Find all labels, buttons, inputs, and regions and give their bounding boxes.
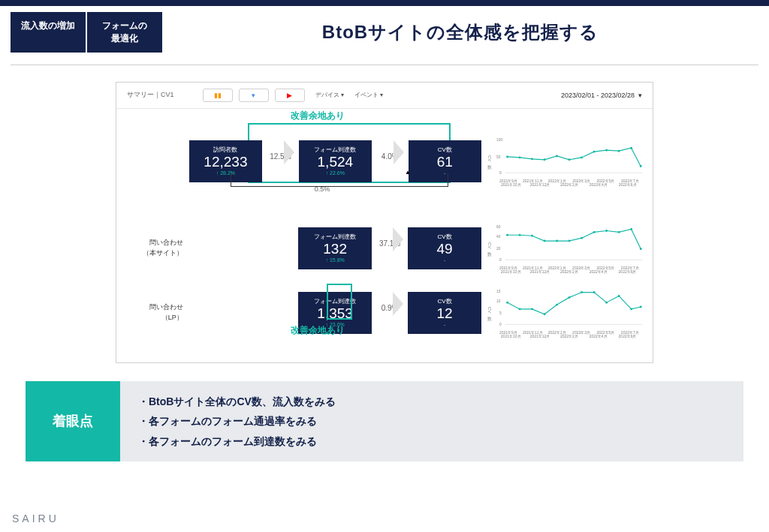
- rate-visitor-form: 12.5%: [270, 152, 291, 161]
- device-filter[interactable]: デバイス ▾: [315, 91, 344, 99]
- annotation-improvement-bottom: 改善余地あり: [291, 324, 345, 337]
- svg-point-8: [543, 158, 545, 161]
- svg-point-23: [518, 233, 520, 236]
- svg-text:0: 0: [499, 323, 502, 326]
- svg-point-47: [605, 301, 608, 303]
- brand-logo: SAIRU: [12, 512, 59, 524]
- svg-point-24: [531, 234, 533, 236]
- rate-form-cv-1: 4.0%: [381, 152, 399, 161]
- svg-point-44: [568, 296, 570, 299]
- funnel-row-site: 問い合わせ （本サイト） フォーム到達数 132 15.8% 37.1% CV数…: [127, 221, 642, 275]
- tag-icon[interactable]: ▾: [239, 89, 269, 102]
- event-filter[interactable]: イベント ▾: [354, 91, 383, 99]
- svg-point-48: [617, 295, 620, 297]
- svg-point-9: [556, 155, 558, 157]
- svg-text:0: 0: [499, 258, 502, 262]
- svg-point-12: [593, 150, 595, 152]
- slide-header: 流入数の増加 フォームの 最適化 BtoBサイトの全体感を把握する: [0, 6, 769, 65]
- rate-form-cv-2: 37.1%: [379, 239, 400, 248]
- svg-point-32: [630, 228, 632, 230]
- svg-point-13: [605, 149, 608, 151]
- svg-text:15: 15: [496, 289, 501, 293]
- svg-point-14: [617, 149, 620, 152]
- svg-point-25: [543, 239, 545, 242]
- svg-point-49: [630, 308, 632, 310]
- rate-form-cv-3: 0.9%: [381, 304, 399, 312]
- svg-point-27: [568, 239, 570, 242]
- youtube-icon[interactable]: ▶: [275, 89, 305, 102]
- svg-point-29: [593, 231, 595, 233]
- svg-text:40: 40: [496, 235, 501, 239]
- svg-point-46: [593, 291, 595, 293]
- svg-point-43: [556, 303, 558, 305]
- svg-point-26: [556, 239, 558, 242]
- svg-point-16: [640, 165, 642, 167]
- page-title: BtoBサイトの全体感を把握する: [162, 20, 758, 44]
- svg-text:5: 5: [499, 311, 502, 314]
- highlight-box-bottom: [327, 284, 352, 320]
- svg-point-7: [531, 158, 533, 160]
- svg-point-42: [543, 313, 545, 315]
- summary-label: サマリー｜CV1: [127, 90, 174, 100]
- svg-point-39: [506, 301, 508, 303]
- row-label-site: 問い合わせ （本サイト）: [127, 238, 189, 258]
- svg-point-30: [605, 230, 608, 232]
- svg-point-33: [640, 248, 642, 250]
- svg-point-31: [617, 231, 620, 233]
- list-item: BtoBサイト全体のCV数、流入数をみる: [138, 392, 725, 412]
- date-range[interactable]: 2023/02/01 - 2023/02/28 ▾: [561, 92, 642, 99]
- svg-point-10: [568, 158, 570, 161]
- metric-cv-2: CV数 49 -: [408, 227, 481, 269]
- svg-text:10: 10: [496, 299, 501, 303]
- svg-point-40: [518, 308, 520, 310]
- svg-text:0: 0: [499, 171, 502, 175]
- direct-cvr-arrow: 0.5%: [195, 173, 450, 193]
- svg-text:20: 20: [496, 246, 501, 250]
- svg-text:100: 100: [496, 137, 502, 141]
- row-label-lp: 問い合わせ （LP）: [127, 302, 189, 323]
- svg-point-11: [581, 156, 583, 158]
- tab-form-opt: フォームの 最適化: [87, 12, 162, 53]
- svg-text:60: 60: [496, 224, 501, 228]
- svg-point-28: [581, 236, 583, 239]
- key-points-label: 着眼点: [26, 381, 120, 462]
- list-item: 各フォームのフォーム到達数をみる: [138, 431, 725, 452]
- svg-point-22: [506, 233, 508, 236]
- mini-chart-3: CV数 151050 2021年9月2021年11月2022年1月2022年3月…: [496, 286, 642, 340]
- key-points-panel: 着眼点 BtoBサイト全体のCV数、流入数をみる 各フォームのフォーム通過率をみ…: [26, 381, 743, 462]
- list-item: 各フォームのフォーム通過率をみる: [138, 411, 725, 431]
- svg-point-6: [518, 156, 520, 158]
- metric-form-reach-2: フォーム到達数 132 15.8%: [298, 227, 371, 269]
- metric-cv-3: CV数 12 -: [408, 292, 481, 334]
- funnel-row-lp: 問い合わせ （LP） フォーム到達数 1,353 23.0% 0.9% CV数 …: [127, 286, 642, 340]
- key-points-list: BtoBサイト全体のCV数、流入数をみる 各フォームのフォーム通過率をみる 各フ…: [120, 381, 743, 462]
- tab-inflow: 流入数の増加: [11, 12, 86, 53]
- dashboard-screenshot: サマリー｜CV1 ▮▮ ▾ ▶ デバイス ▾ イベント ▾ 2023/02/01…: [116, 82, 653, 363]
- svg-point-15: [630, 146, 632, 149]
- svg-point-5: [506, 155, 508, 158]
- svg-point-41: [531, 308, 533, 310]
- svg-point-50: [640, 305, 642, 308]
- analytics-icon[interactable]: ▮▮: [203, 89, 233, 102]
- mini-chart-2: CV数 6040200 2021年9月2021年11月2022年1月2022年3…: [496, 221, 642, 275]
- svg-text:50: 50: [496, 155, 501, 158]
- svg-point-45: [581, 291, 583, 293]
- mini-chart-1: CV数 100 50 0 2021年9月2021年11月2022年1月2022年…: [496, 134, 642, 188]
